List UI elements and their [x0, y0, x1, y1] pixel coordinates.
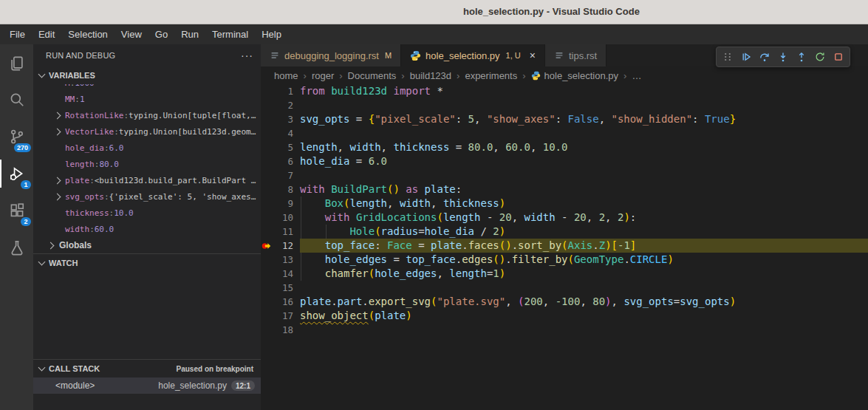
line-number[interactable]: 3 — [273, 114, 293, 125]
activity-source-control[interactable]: 270 — [0, 118, 33, 155]
code-line-text[interactable]: plate.part.export_svg("plate.svg", (200,… — [300, 295, 868, 309]
gutter[interactable] — [261, 84, 273, 98]
gutter[interactable] — [261, 309, 273, 323]
gutter[interactable] — [261, 267, 273, 281]
gutter[interactable] — [261, 154, 273, 168]
menu-item-terminal[interactable]: Terminal — [205, 24, 255, 44]
gutter[interactable] — [261, 295, 273, 309]
breadcrumb-item[interactable]: experiments — [465, 70, 517, 81]
line-number[interactable]: 9 — [273, 198, 293, 209]
variable-row-width[interactable]: width: 60.0 — [33, 221, 261, 237]
watch-section-header[interactable]: WATCH — [33, 253, 261, 272]
variable-row-m[interactable]: M: 1000 — [33, 84, 261, 91]
activity-run-and-debug[interactable]: 1 — [0, 155, 33, 192]
gutter[interactable] — [261, 253, 273, 267]
line-number[interactable]: 15 — [273, 282, 293, 293]
line-number[interactable]: 17 — [273, 310, 293, 321]
tab-close-button[interactable]: × — [530, 49, 536, 61]
breadcrumb-item[interactable]: hole_selection.py — [544, 70, 618, 81]
line-number[interactable]: 5 — [273, 142, 293, 153]
line-number[interactable]: 11 — [273, 226, 293, 237]
line-number[interactable]: 8 — [273, 184, 293, 195]
code-line-text[interactable]: from build123d import * — [300, 84, 868, 98]
call-stack-section-header[interactable]: CALL STACK Paused on breakpoint — [33, 359, 261, 377]
tab-hole-selection[interactable]: hole_selection.py 1, U × — [401, 44, 545, 66]
call-stack-frame-row[interactable]: <module> hole_selection.py 12:1 — [33, 377, 261, 394]
stop-button[interactable] — [832, 50, 845, 64]
gutter[interactable] — [261, 168, 273, 182]
variables-section-header[interactable]: VARIABLES — [33, 66, 261, 84]
line-number[interactable]: 18 — [273, 324, 293, 335]
variable-value: 6.0 — [109, 143, 124, 153]
menu-item-edit[interactable]: Edit — [32, 24, 61, 44]
menu-item-help[interactable]: Help — [255, 24, 288, 44]
variable-row-thickness[interactable]: thickness: 10.0 — [33, 205, 261, 221]
breadcrumb-item[interactable]: home — [274, 70, 298, 81]
code-line-text[interactable]: hole_dia = 6.0 — [300, 154, 868, 168]
gutter[interactable] — [261, 211, 273, 225]
variable-row-hole_dia[interactable]: hole_dia: 6.0 — [33, 140, 261, 156]
breadcrumb-item[interactable]: roger — [312, 70, 334, 81]
gutter[interactable] — [261, 140, 273, 154]
code-line-text[interactable]: top_face: Face = plate.faces().sort_by(A… — [300, 239, 868, 253]
code-line-text[interactable]: show_object(plate) — [300, 309, 868, 323]
line-number[interactable]: 1 — [273, 86, 293, 97]
activity-testing[interactable] — [0, 229, 33, 266]
activity-search[interactable] — [0, 81, 33, 118]
step-out-button[interactable] — [795, 50, 808, 64]
window-titlebar[interactable]: hole_selection.py - Visual Studio Code — [0, 0, 868, 24]
step-over-button[interactable] — [758, 50, 771, 64]
code-line-text[interactable]: svg_opts = {"pixel_scale": 5, "show_axes… — [300, 112, 868, 126]
toolbar-drag-handle[interactable] — [721, 50, 734, 64]
variable-row-svg_opts[interactable]: svg_opts: {'pixel_scale': 5, 'show_axes… — [33, 188, 261, 205]
continue-button[interactable] — [739, 50, 753, 64]
breadcrumb-item[interactable]: build123d — [410, 70, 451, 81]
gutter[interactable] — [261, 281, 273, 295]
gutter[interactable] — [261, 112, 273, 126]
gutter[interactable] — [261, 126, 273, 140]
activity-extensions[interactable]: 2 — [0, 192, 33, 229]
line-number[interactable]: 10 — [273, 212, 293, 223]
code-line-text[interactable]: Hole(radius=hole_dia / 2) — [300, 225, 868, 239]
variable-row-mm[interactable]: MM: 1 — [33, 91, 261, 107]
line-number[interactable]: 16 — [273, 296, 293, 307]
more-actions-button[interactable]: ··· — [241, 49, 253, 61]
code-line-text[interactable]: Box(length, width, thickness) — [300, 197, 868, 211]
code-line-text[interactable]: with BuildPart() as plate: — [300, 182, 868, 197]
gutter[interactable] — [261, 225, 273, 239]
code-line-text[interactable]: length, width, thickness = 80.0, 60.0, 1… — [300, 140, 868, 154]
restart-button[interactable] — [813, 50, 827, 64]
menu-item-file[interactable]: File — [3, 24, 32, 44]
step-into-button[interactable] — [776, 50, 790, 64]
line-number[interactable]: 4 — [273, 128, 293, 139]
tab-tips[interactable]: tips.rst — [545, 44, 606, 66]
variable-row-vectorlike[interactable]: VectorLike: typing.Union[build123d.geom… — [33, 123, 261, 140]
line-number[interactable]: 14 — [273, 268, 293, 279]
variable-row-plate[interactable]: plate: <build123d.build_part.BuildPart … — [33, 172, 261, 188]
menu-item-selection[interactable]: Selection — [61, 24, 114, 44]
gutter[interactable] — [261, 197, 273, 211]
breakpoint-gutter[interactable] — [261, 239, 273, 253]
globals-scope-row[interactable]: Globals — [33, 237, 261, 253]
code-line-text[interactable]: hole_edges = top_face.edges().filter_by(… — [300, 253, 868, 267]
menu-item-view[interactable]: View — [115, 24, 148, 44]
variable-row-rotationlike[interactable]: RotationLike: typing.Union[tuple[float,… — [33, 107, 261, 123]
gutter[interactable] — [261, 98, 273, 112]
code-line-text[interactable]: chamfer(hole_edges, length=1) — [300, 267, 868, 281]
activity-explorer[interactable] — [0, 44, 33, 81]
breadcrumb-item[interactable]: … — [632, 70, 641, 81]
line-number[interactable]: 6 — [273, 156, 293, 167]
line-number[interactable]: 13 — [273, 254, 293, 265]
menu-item-run[interactable]: Run — [174, 24, 205, 44]
line-number[interactable]: 7 — [273, 170, 293, 181]
variable-row-length[interactable]: length: 80.0 — [33, 156, 261, 172]
code-token: . — [456, 253, 462, 265]
line-number[interactable]: 2 — [273, 100, 293, 111]
code-line-text[interactable]: with GridLocations(length - 20, width - … — [300, 211, 868, 225]
gutter[interactable] — [261, 323, 273, 337]
line-number[interactable]: 12 — [273, 240, 293, 251]
tab-debugging-logging[interactable]: debugging_logging.rst M — [261, 44, 401, 66]
menu-item-go[interactable]: Go — [148, 24, 174, 44]
breadcrumb-item[interactable]: Documents — [348, 70, 397, 81]
gutter[interactable] — [261, 182, 273, 197]
